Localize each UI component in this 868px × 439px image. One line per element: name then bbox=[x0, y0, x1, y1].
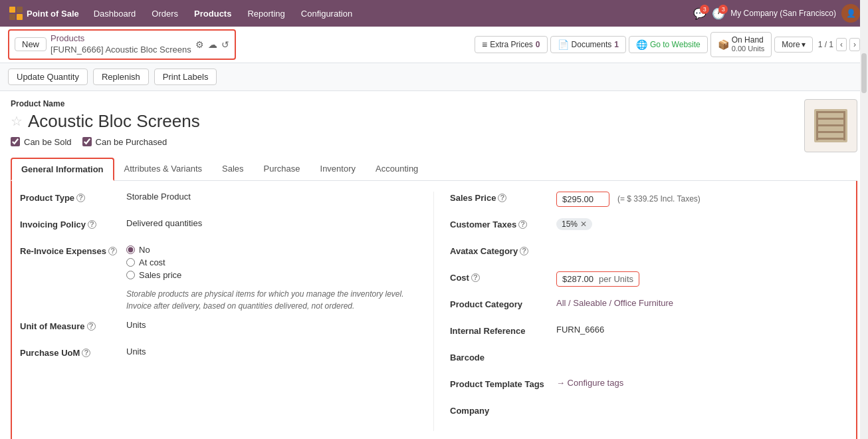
reinvoice-help-icon[interactable]: ? bbox=[108, 247, 117, 255]
product-type-value: Storable Product bbox=[126, 192, 417, 202]
print-labels-button[interactable]: Print Labels bbox=[154, 69, 217, 85]
extra-prices-icon: ≡ bbox=[482, 39, 487, 50]
settings-icon[interactable]: ⚙ bbox=[195, 39, 204, 50]
notification-icon-2[interactable]: 🕐 3 bbox=[712, 7, 725, 20]
cost-label: Cost ? bbox=[450, 271, 556, 283]
user-avatar[interactable]: 👤 bbox=[841, 4, 860, 23]
brand-logo[interactable]: Point of Sale bbox=[8, 5, 79, 21]
configure-tags-link[interactable]: → Configure tags bbox=[556, 378, 848, 388]
replenish-button[interactable]: Replenish bbox=[93, 69, 149, 85]
breadcrumb-section: New Products [FURN_6666] Acoustic Bloc S… bbox=[8, 29, 236, 60]
pagination: 1 / 1 ‹ › bbox=[818, 38, 860, 51]
reinvoice-radio-no[interactable] bbox=[126, 245, 135, 254]
invoicing-policy-row: Invoicing Policy ? Delivered quantities bbox=[20, 218, 417, 237]
internal-reference-value: FURN_6666 bbox=[556, 325, 848, 335]
internal-reference-row: Internal Reference FURN_6666 bbox=[450, 325, 848, 343]
avatax-help-icon[interactable]: ? bbox=[520, 247, 528, 255]
product-type-help-icon[interactable]: ? bbox=[76, 194, 85, 202]
product-category-link[interactable]: All / Saleable / Office Furniture bbox=[556, 298, 673, 308]
reinvoice-option-no[interactable]: No bbox=[126, 245, 417, 255]
tab-sales[interactable]: Sales bbox=[212, 158, 254, 181]
sales-price-tax-note: (= $ 339.25 Incl. Taxes) bbox=[617, 194, 701, 204]
tax-badge-remove-icon[interactable]: ✕ bbox=[580, 220, 587, 229]
company-name: My Company (San Francisco) bbox=[730, 9, 836, 18]
product-type-label: Product Type ? bbox=[20, 192, 126, 203]
reinvoice-at-cost-label: At cost bbox=[139, 257, 165, 267]
uom-help-icon[interactable]: ? bbox=[87, 322, 96, 331]
cloud-icon[interactable]: ☁ bbox=[208, 39, 217, 50]
reinvoice-option-at-cost[interactable]: At cost bbox=[126, 257, 417, 267]
prev-page-button[interactable]: ‹ bbox=[836, 38, 847, 51]
pagination-text: 1 / 1 bbox=[818, 40, 833, 49]
svg-rect-8 bbox=[816, 131, 845, 133]
svg-rect-2 bbox=[9, 14, 15, 20]
scrollbar-thumb[interactable] bbox=[861, 53, 867, 93]
company-row: Company bbox=[450, 404, 848, 423]
nav-dashboard[interactable]: Dashboard bbox=[87, 3, 143, 24]
product-category-value: All / Saleable / Office Furniture bbox=[556, 298, 848, 308]
extra-prices-count: 0 bbox=[536, 40, 540, 49]
can-be-purchased-input[interactable] bbox=[82, 137, 92, 146]
can-be-sold-input[interactable] bbox=[11, 137, 20, 146]
invoicing-policy-help-icon[interactable]: ? bbox=[88, 220, 96, 229]
can-be-sold-label: Can be Sold bbox=[24, 137, 72, 147]
notification-icon-1[interactable]: 💬 3 bbox=[693, 7, 706, 20]
next-page-button[interactable]: › bbox=[849, 38, 860, 51]
reinvoice-expenses-row: Re-Invoice Expenses ? No At cost bbox=[20, 245, 417, 280]
nav-products[interactable]: Products bbox=[187, 3, 238, 24]
on-hand-button[interactable]: 📦 On Hand 0.00 Units bbox=[710, 32, 772, 57]
uom-value: Units bbox=[126, 320, 417, 330]
template-tags-label: Product Template Tags bbox=[450, 378, 556, 389]
svg-rect-0 bbox=[9, 7, 15, 13]
customer-taxes-help-icon[interactable]: ? bbox=[518, 220, 527, 229]
reinvoice-option-sales-price[interactable]: Sales price bbox=[126, 270, 417, 280]
tax-badge: 15% ✕ bbox=[556, 218, 592, 230]
tab-purchase[interactable]: Purchase bbox=[254, 158, 310, 181]
can-be-purchased-checkbox[interactable]: Can be Purchased bbox=[82, 137, 167, 147]
can-be-sold-checkbox[interactable]: Can be Sold bbox=[11, 137, 72, 147]
breadcrumb-parent[interactable]: Products bbox=[51, 33, 191, 45]
tab-inventory[interactable]: Inventory bbox=[310, 158, 366, 181]
nav-orders[interactable]: Orders bbox=[145, 3, 185, 24]
action-buttons: ≡ Extra Prices 0 📄 Documents 1 🌐 Go to W… bbox=[475, 32, 813, 57]
extra-prices-button[interactable]: ≡ Extra Prices 0 bbox=[475, 36, 548, 53]
brand-name[interactable]: Point of Sale bbox=[27, 9, 79, 19]
invoicing-policy-value: Delivered quantities bbox=[126, 218, 417, 228]
tab-accounting[interactable]: Accounting bbox=[366, 158, 428, 181]
refresh-icon[interactable]: ↺ bbox=[221, 39, 229, 50]
svg-rect-1 bbox=[17, 7, 23, 13]
sales-price-input[interactable]: $295.00 bbox=[556, 192, 609, 207]
purchase-uom-help-icon[interactable]: ? bbox=[82, 349, 90, 357]
right-icons: 💬 3 🕐 3 My Company (San Francisco) 👤 bbox=[693, 4, 860, 23]
update-quantity-button[interactable]: Update Quantity bbox=[8, 69, 88, 85]
more-button[interactable]: More ▾ bbox=[774, 37, 812, 53]
notif-badge-1: 3 bbox=[700, 5, 709, 14]
on-hand-value: 0.00 Units bbox=[732, 45, 765, 53]
new-button[interactable]: New bbox=[15, 37, 47, 51]
reinvoice-radio-at-cost[interactable] bbox=[126, 258, 135, 267]
nav-reporting[interactable]: Reporting bbox=[241, 3, 291, 24]
documents-button[interactable]: 📄 Documents 1 bbox=[550, 36, 626, 53]
svg-rect-6 bbox=[816, 118, 845, 120]
breadcrumb-current: [FURN_6666] Acoustic Bloc Screens bbox=[51, 45, 191, 56]
svg-rect-9 bbox=[816, 138, 845, 140]
cost-amount[interactable]: $287.00 bbox=[562, 274, 594, 284]
nav-configuration[interactable]: Configuration bbox=[294, 3, 359, 24]
more-label: More bbox=[782, 40, 800, 49]
top-navigation: Point of Sale Dashboard Orders Products … bbox=[0, 0, 868, 27]
form-area: Product Type ? Storable Product Invoicin… bbox=[11, 181, 857, 439]
scrollbar[interactable] bbox=[860, 0, 868, 439]
cost-help-icon[interactable]: ? bbox=[471, 273, 480, 282]
favorite-star-icon[interactable]: ☆ bbox=[11, 113, 23, 129]
customer-taxes-value: 15% ✕ bbox=[556, 218, 848, 230]
tab-general-information[interactable]: General Information bbox=[11, 158, 114, 181]
product-header-left: Product Name ☆ Acoustic Bloc Screens Can… bbox=[11, 99, 804, 158]
reinvoice-radio-sales-price[interactable] bbox=[126, 271, 135, 279]
template-tags-row: Product Template Tags → Configure tags bbox=[450, 378, 848, 396]
product-title: Acoustic Bloc Screens bbox=[28, 111, 200, 132]
tab-attributes-variants[interactable]: Attributes & Variants bbox=[114, 158, 213, 181]
go-to-website-button[interactable]: 🌐 Go to Website bbox=[629, 36, 708, 53]
sales-price-help-icon[interactable]: ? bbox=[498, 194, 506, 202]
svg-rect-3 bbox=[17, 14, 23, 20]
logo-icon bbox=[8, 5, 24, 21]
